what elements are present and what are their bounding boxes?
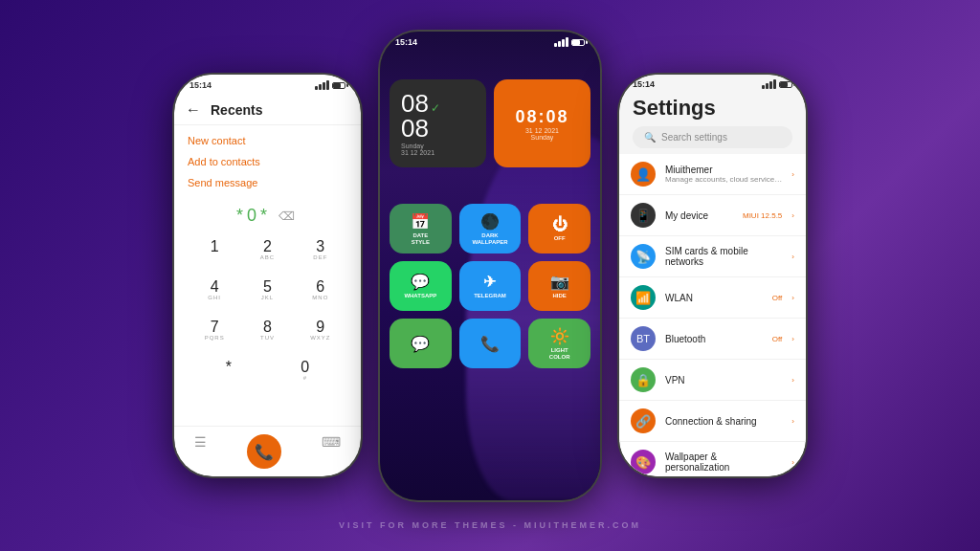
add-to-contacts-link[interactable]: Add to contacts [188, 156, 347, 167]
time-left: 15:14 [189, 80, 212, 90]
mydevice-title: My device [665, 210, 733, 221]
app-hide[interactable]: 📷 HIDE [528, 261, 590, 311]
clock-hour: 08 [401, 91, 429, 116]
home-widgets: 08 ✓ 08 Sunday31 12 2021 08:08 31 12 202… [390, 79, 590, 167]
connection-title: Connection & sharing [665, 416, 782, 427]
signal-icon-center [554, 37, 568, 47]
miuithemer-title: Miuithemer [665, 165, 782, 175]
dial-key-9[interactable]: 9WXYZ [297, 314, 344, 348]
send-message-link[interactable]: Send message [188, 177, 347, 188]
clock2-date: 31 12 2021Sunday [525, 127, 559, 141]
app-phone[interactable]: 📞 [459, 319, 522, 368]
dialpad-area: *0* ⌫ 1 2ABC 3DEF 4GHI 5JKL 6MNO 7PQRS 8… [174, 198, 361, 426]
bluetooth-arrow: › [791, 335, 794, 343]
phone-center-screen: 15:14 [380, 32, 600, 500]
app-telegram[interactable]: ✈ TELEGRAM [459, 261, 522, 311]
search-icon: 🔍 [644, 132, 656, 143]
dial-key-4[interactable]: 4GHI [191, 274, 238, 308]
recents-screen: 15:14 ← Recents [174, 75, 361, 476]
mydevice-badge: MIUI 12.5.5 [743, 211, 782, 220]
status-icons-center [554, 37, 585, 47]
keypad-icon[interactable]: ⌨ [322, 434, 341, 469]
miuithemer-arrow: › [791, 170, 794, 179]
new-contact-link[interactable]: New contact [188, 135, 347, 146]
settings-item-wlan[interactable]: 📶 WLAN Off › [619, 277, 806, 319]
phone-left: 15:14 ← Recents [174, 75, 361, 476]
app-light-color[interactable]: 🔆 LIGHTCOLOR [528, 319, 590, 368]
signal-icon [315, 80, 329, 90]
battery-icon-center [571, 39, 585, 46]
back-arrow-icon[interactable]: ← [186, 101, 201, 119]
connection-icon: 🔗 [631, 408, 656, 433]
app-whatsapp[interactable]: 💬 WHATSAPP [390, 261, 452, 311]
dial-bottom: * 0# [191, 348, 345, 394]
widget-clock-1[interactable]: 08 ✓ 08 Sunday31 12 2021 [390, 79, 486, 167]
bluetooth-icon: BT [631, 326, 656, 351]
connection-arrow: › [791, 417, 794, 426]
wallpaper-title: Wallpaper & personalization [665, 452, 782, 473]
phone-left-screen: 15:14 ← Recents [174, 75, 361, 476]
app-date-style[interactable]: 📅 DATESTYLE [390, 204, 452, 253]
clock2-time: 08:08 [515, 107, 568, 127]
dial-key-6[interactable]: 6MNO [297, 274, 344, 308]
watermark: VISIT FOR MORE THEMES - MIUITHEMER.COM [339, 520, 641, 530]
sim-icon: 📡 [631, 244, 656, 269]
vpn-icon: 🔒 [631, 367, 656, 392]
menu-icon[interactable]: ☰ [194, 434, 207, 469]
clock-date-1: Sunday31 12 2021 [401, 143, 475, 156]
settings-item-bluetooth[interactable]: BT Bluetooth Off › [619, 319, 806, 360]
wallpaper-icon: 🎨 [631, 450, 656, 474]
vpn-title: VPN [665, 375, 782, 386]
status-bar-right: 15:14 [619, 75, 806, 92]
settings-item-sim[interactable]: 📡 SIM cards & mobile networks › [619, 236, 806, 277]
home-apps: 📅 DATESTYLE 🌑 DARKWALLPAPER ⏻ OFF 💬 WHAT… [390, 204, 590, 368]
settings-main-title: Settings [633, 96, 792, 121]
phone-right-screen: 15:14 Settings 🔍 [619, 75, 806, 476]
bottom-bar-left: ☰ 📞 ⌨ [174, 426, 361, 476]
dial-display: *0* ⌫ [236, 206, 299, 226]
main-container: 15:14 ← Recents [145, 0, 835, 551]
wallpaper-arrow: › [791, 458, 794, 467]
dial-key-2[interactable]: 2ABC [244, 233, 291, 268]
settings-item-wallpaper[interactable]: 🎨 Wallpaper & personalization › [619, 442, 806, 476]
phone-right: 15:14 Settings 🔍 [619, 75, 806, 476]
app-dark-wallpaper[interactable]: 🌑 DARKWALLPAPER [459, 204, 522, 253]
phone-center: 15:14 [380, 32, 600, 500]
bluetooth-title: Bluetooth [665, 334, 763, 344]
app-messages[interactable]: 💬 [390, 319, 452, 368]
settings-list: 👤 Miuithemer Manage accounts, cloud serv… [619, 154, 806, 476]
settings-item-vpn[interactable]: 🔒 VPN › [619, 360, 806, 401]
wlan-title: WLAN [665, 293, 763, 303]
miuithemer-icon: 👤 [631, 162, 656, 187]
status-bar-left: 15:14 [174, 75, 361, 94]
dial-value: *0* [236, 206, 271, 226]
status-icons-right [762, 79, 792, 89]
dial-key-5[interactable]: 5JKL [244, 274, 291, 308]
widget-clock-2[interactable]: 08:08 31 12 2021Sunday [494, 79, 590, 167]
recents-header: ← Recents [174, 94, 361, 125]
vpn-arrow: › [791, 376, 794, 385]
status-bar-center: 15:14 [380, 32, 600, 51]
settings-item-mydevice[interactable]: 📱 My device MIUI 12.5.5 › [619, 195, 806, 236]
wlan-badge: Off [772, 294, 783, 302]
miuithemer-sub: Manage accounts, cloud services, payment… [665, 175, 782, 184]
dial-key-8[interactable]: 8TUV [244, 314, 291, 348]
mydevice-icon: 📱 [631, 203, 656, 228]
dial-key-0[interactable]: 0# [297, 354, 313, 388]
app-off[interactable]: ⏻ OFF [528, 204, 590, 253]
dial-key-3[interactable]: 3DEF [297, 233, 344, 268]
dial-key-7[interactable]: 7PQRS [191, 314, 238, 348]
dialpad-grid: 1 2ABC 3DEF 4GHI 5JKL 6MNO 7PQRS 8TUV 9W… [191, 233, 345, 348]
settings-item-miuithemer[interactable]: 👤 Miuithemer Manage accounts, cloud serv… [619, 154, 806, 195]
clock-min: 08 [401, 116, 429, 141]
dial-key-star[interactable]: * [222, 354, 235, 388]
time-center: 15:14 [395, 37, 417, 47]
settings-screen: 15:14 Settings 🔍 [619, 75, 806, 476]
battery-icon-right [779, 81, 792, 88]
settings-search-bar[interactable]: 🔍 Search settings [633, 126, 792, 148]
settings-item-connection[interactable]: 🔗 Connection & sharing › [619, 401, 806, 442]
dial-key-1[interactable]: 1 [191, 233, 238, 268]
recents-title: Recents [211, 102, 262, 118]
backspace-icon[interactable]: ⌫ [278, 209, 299, 223]
call-button[interactable]: 📞 [247, 434, 281, 469]
